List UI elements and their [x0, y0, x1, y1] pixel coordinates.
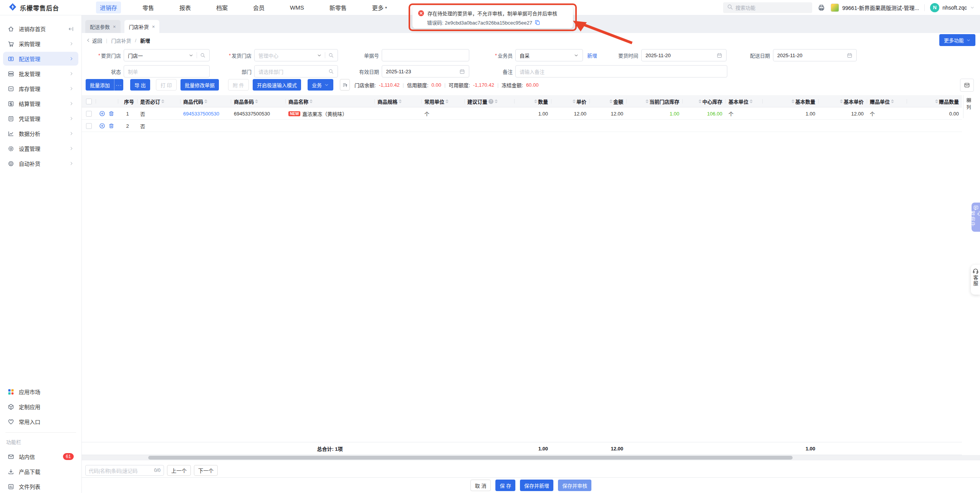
sort-icon[interactable]	[495, 99, 498, 103]
field-status[interactable]: 制单	[124, 65, 210, 77]
close-icon[interactable]: ×	[152, 24, 155, 30]
sort-icon[interactable]	[204, 99, 207, 103]
sidebar-item-结算管理[interactable]: 结算管理	[3, 97, 78, 110]
product-code-link[interactable]: 6945337500530	[183, 111, 219, 117]
column-header-商品名称[interactable]: 商品名称	[285, 95, 374, 107]
开启极速输入模式-button[interactable]: 开启极速输入模式	[253, 79, 301, 91]
sort-icon[interactable]	[255, 99, 258, 103]
nav-item-WMS[interactable]: WMS	[286, 2, 308, 13]
select-all-checkbox[interactable]	[86, 99, 92, 104]
field-department[interactable]: 请选择部门	[254, 65, 338, 77]
batch-add-more-button[interactable]: ···	[114, 79, 123, 91]
sidebar-item-采购管理[interactable]: 采购管理	[3, 37, 78, 51]
column-header-商品条码[interactable]: 商品条码	[231, 95, 285, 107]
sort-icon[interactable]	[310, 99, 313, 103]
业务-button[interactable]: 业务	[308, 79, 333, 91]
column-header-金额[interactable]: 金额	[589, 95, 626, 107]
sidebar-item-凭证管理[interactable]: 凭证管理	[3, 112, 78, 125]
user-menu[interactable]: N nhsoft.zqc	[930, 3, 975, 12]
search-icon[interactable]	[328, 53, 334, 58]
row-checkbox[interactable]	[86, 111, 92, 117]
column-header-赠品单位[interactable]: 赠品单位	[867, 95, 907, 107]
sort-settings-button[interactable]	[340, 79, 350, 91]
column-header-基本单价[interactable]: 基本单价	[818, 95, 867, 107]
批量修改单据-button[interactable]: 批量修改单据	[180, 79, 219, 91]
search-icon[interactable]	[200, 53, 205, 58]
scrollbar-thumb[interactable]	[148, 456, 793, 460]
collapse-sidebar-icon[interactable]	[68, 26, 74, 32]
delete-row-icon[interactable]	[108, 123, 114, 129]
column-header-商品代码[interactable]: 商品代码	[180, 95, 231, 107]
row-checkbox[interactable]	[86, 123, 92, 129]
sort-icon[interactable]	[573, 99, 576, 103]
sort-icon[interactable]	[646, 99, 649, 103]
add-row-icon[interactable]	[99, 110, 105, 117]
column-header-当前门店库存[interactable]: 当前门店库存	[626, 95, 682, 107]
app-logo[interactable]: 乐檬零售后台	[8, 3, 59, 12]
quick-search-input[interactable]: 代码|名称|条码|速记码 0/0	[85, 465, 164, 476]
sort-icon[interactable]	[161, 99, 164, 103]
sidebar-item-库存管理[interactable]: 库存管理	[3, 82, 78, 96]
layout-panel-button[interactable]	[960, 79, 974, 92]
保存并新增-button[interactable]: 保存并新增	[520, 480, 553, 491]
column-header-中心库存[interactable]: 中心库存	[682, 95, 725, 107]
sidebar-item-站内信[interactable]: 站内信61	[3, 450, 78, 463]
sidebar-item-进销存首页[interactable]: 进销存首页	[3, 22, 78, 36]
nav-item-进销存[interactable]: 进销存	[96, 2, 121, 13]
sidebar-item-文件列表[interactable]: 文件列表	[3, 480, 78, 493]
tab-配送参数[interactable]: 配送参数×	[85, 20, 121, 33]
search-icon[interactable]	[328, 69, 334, 74]
sidebar-item-配送管理[interactable]: 配送管理	[3, 52, 78, 66]
field-request_time[interactable]: 2025-11-20	[641, 49, 727, 61]
sort-icon[interactable]	[445, 99, 449, 103]
field-delivery_date[interactable]: 2025-11-20	[773, 49, 857, 61]
sort-icon[interactable]	[699, 99, 702, 103]
保存-button[interactable]: 保 存	[495, 480, 515, 491]
sidebar-item-数据分析[interactable]: 数据分析	[3, 127, 78, 140]
sidebar-item-常用入口[interactable]: 常用入口	[3, 415, 78, 429]
sort-icon[interactable]	[840, 99, 843, 103]
prev-button[interactable]: 上一个	[167, 465, 191, 476]
column-header-商品规格[interactable]: 商品规格	[374, 95, 421, 107]
field-store_supply[interactable]: 管理中心	[254, 49, 338, 61]
sort-icon[interactable]	[791, 99, 795, 103]
column-header-数量[interactable]: 数量	[514, 95, 551, 107]
sort-icon[interactable]	[891, 99, 894, 103]
column-header-基本单位[interactable]: 基本单位	[725, 95, 762, 107]
sidebar-item-应用市场[interactable]: 应用市场	[3, 385, 78, 399]
copy-icon[interactable]	[535, 20, 540, 25]
sidebar-item-设置管理[interactable]: 设置管理	[3, 142, 78, 155]
sidebar-item-批发管理[interactable]: 批发管理	[3, 67, 78, 81]
customer-service-widget[interactable]: 客服	[971, 265, 980, 295]
nav-item-会员[interactable]: 会员	[249, 2, 268, 13]
tab-门店补货[interactable]: 门店补货×	[124, 20, 160, 33]
column-header-单价[interactable]: 单价	[551, 95, 589, 107]
nav-item-更多[interactable]: 更多▾	[368, 2, 391, 13]
field-doc_no[interactable]	[382, 49, 469, 61]
field-store_request[interactable]: 门店一	[124, 49, 210, 61]
column-settings-button[interactable]: 列	[963, 95, 974, 118]
批量添加-button[interactable]: 批量添加	[86, 79, 114, 91]
保存并审核-button[interactable]: 保存并审核	[558, 480, 591, 491]
column-header-常用单位[interactable]: 常用单位	[421, 95, 464, 107]
back-link[interactable]: 返回	[86, 37, 102, 44]
sidebar-item-定制应用[interactable]: 定制应用	[3, 400, 78, 414]
field-remark[interactable]: 请输入备注	[515, 65, 727, 77]
add-row-icon[interactable]	[99, 123, 105, 129]
global-search-input[interactable]: 搜索功能	[723, 2, 812, 13]
column-header-是否必订[interactable]: 是否必订	[137, 95, 180, 107]
sort-icon[interactable]	[935, 99, 938, 103]
printer-icon[interactable]	[818, 4, 825, 12]
sidebar-item-产品下载[interactable]: 产品下载	[3, 465, 78, 478]
column-header-基本数量[interactable]: 基本数量	[762, 95, 818, 107]
取消-button[interactable]: 取 消	[470, 480, 491, 491]
field-salesman[interactable]: 自采	[515, 49, 583, 61]
help-center-tab[interactable]: 帮助中心	[972, 203, 980, 232]
sort-icon[interactable]	[750, 99, 753, 103]
sort-icon[interactable]	[399, 99, 402, 103]
delete-row-icon[interactable]	[108, 110, 114, 117]
store-switcher[interactable]: 99661-新界面果蔬版测试-管理...	[831, 3, 919, 12]
field-valid_date[interactable]: 2025-11-23	[382, 65, 469, 77]
nav-item-报表[interactable]: 报表	[175, 2, 195, 13]
info-icon[interactable]: ?	[488, 99, 493, 104]
